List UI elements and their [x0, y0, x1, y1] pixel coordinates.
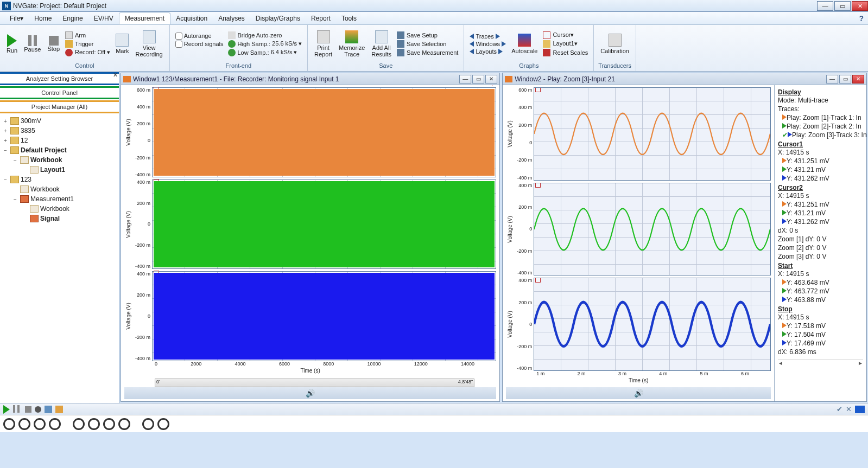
arm-button[interactable]: Arm: [63, 31, 112, 40]
tree-node[interactable]: +300mV: [2, 116, 117, 126]
layout-select[interactable]: Layout1▾: [541, 40, 590, 48]
knob[interactable]: [73, 418, 85, 430]
win-minimize[interactable]: —: [459, 75, 471, 84]
tree-node[interactable]: −123: [2, 175, 117, 184]
tree-node[interactable]: +3835: [2, 126, 117, 136]
addall-icon: [375, 30, 388, 43]
windows-nav[interactable]: Windows: [467, 40, 508, 48]
status-tool2-icon[interactable]: [55, 406, 63, 413]
view-recording-button[interactable]: View Recording: [132, 26, 166, 61]
menu-engine[interactable]: Engine: [57, 13, 88, 24]
status-pause-icon[interactable]: [13, 405, 22, 414]
panel-control[interactable]: Control Panel: [0, 86, 119, 99]
knob[interactable]: [142, 418, 154, 430]
zoom-chart1[interactable]: Voltage (V) 600 m400 m200 m0-200 m-400 m: [506, 87, 771, 181]
menu-analyses[interactable]: Analyses: [213, 13, 250, 24]
menu-tools[interactable]: Tools: [336, 13, 362, 24]
menu-file[interactable]: File▾: [4, 13, 29, 24]
time-slider[interactable]: 0'4.8'48": [155, 379, 474, 387]
autorange-button[interactable]: Autorange: [173, 32, 226, 40]
audio-bar[interactable]: 🔊: [506, 387, 771, 399]
play-icon: [7, 34, 17, 47]
low-samp-select[interactable]: Low Samp.: 6.4 kS/s ▾: [226, 48, 305, 57]
knob[interactable]: [49, 418, 61, 430]
menu-evhv[interactable]: EV/HV: [88, 13, 119, 24]
layouts-nav[interactable]: Layouts: [467, 48, 508, 55]
chart-track1[interactable]: Voltage (V) 600 m400 m200 m0-200 m-400 m…: [124, 87, 496, 177]
menu-acquisition[interactable]: Acquisition: [170, 13, 213, 24]
add-all-results-button[interactable]: Add All Results: [368, 26, 395, 61]
bridge-autozero-button[interactable]: Bridge Auto-zero: [226, 31, 305, 40]
tree-node[interactable]: Workbook: [2, 184, 117, 194]
help-button[interactable]: ?: [859, 14, 864, 23]
status-play-icon[interactable]: [3, 405, 10, 414]
save-selection-button[interactable]: Save Selection: [395, 40, 460, 48]
tree-node[interactable]: −Measurement1: [2, 194, 117, 204]
tree-node[interactable]: −Default Project: [2, 145, 117, 155]
win-close[interactable]: ✕: [485, 75, 497, 84]
knob[interactable]: [3, 418, 15, 430]
pause-button[interactable]: Pause: [21, 26, 44, 61]
tree-node[interactable]: Workbook: [2, 204, 117, 214]
panel-project[interactable]: Project Manager (All): [0, 100, 119, 113]
app-icon: N: [2, 2, 11, 10]
status-monitor-icon[interactable]: [855, 406, 865, 413]
audio-bar[interactable]: 🔊: [124, 387, 496, 399]
mark-button[interactable]: Mark: [112, 26, 132, 61]
tree-node[interactable]: −Workbook: [2, 155, 117, 165]
status-stop-icon[interactable]: [25, 406, 31, 413]
sidebar: ✕ Analyzer Setting Browser Control Panel…: [0, 72, 119, 403]
run-button[interactable]: Run: [3, 26, 21, 61]
autorange-check[interactable]: [175, 33, 182, 40]
reset-scales-button[interactable]: Reset Scales: [541, 48, 590, 57]
calibration-button[interactable]: Calibration: [597, 26, 632, 61]
tree-node[interactable]: Layout1: [2, 165, 117, 175]
menu-measurement[interactable]: Measurement: [119, 12, 170, 24]
save-measurement-button[interactable]: Save Measurement: [395, 48, 460, 57]
menu-report[interactable]: Report: [306, 13, 336, 24]
save-setup-button[interactable]: Save Setup: [395, 31, 460, 40]
win-maximize[interactable]: ▭: [839, 75, 851, 84]
autoscale-button[interactable]: Autoscale: [508, 26, 541, 61]
knob[interactable]: [103, 418, 115, 430]
win-maximize[interactable]: ▭: [472, 75, 484, 84]
tree-node[interactable]: Signal: [2, 214, 117, 223]
knob[interactable]: [34, 418, 46, 430]
stop-button[interactable]: Stop: [44, 26, 63, 61]
zoom-chart2[interactable]: Voltage (V) 400 m200 m0-200 m-400 m: [506, 183, 771, 276]
sidebar-close[interactable]: ✕: [113, 72, 118, 79]
trace-row[interactable]: Play: Zoom [2]-Track 2: In: [778, 122, 863, 131]
recsig-check[interactable]: [175, 41, 182, 48]
chart-track2[interactable]: Voltage (V) 400 m200 m0-200 m-400 m: [124, 179, 496, 270]
zoom-chart3[interactable]: Voltage (V) 400 m200 m0-200 m-400 m: [506, 278, 771, 371]
win-minimize[interactable]: —: [826, 75, 838, 84]
minimize-button[interactable]: —: [817, 1, 833, 11]
panel-analyzer[interactable]: Analyzer Setting Browser: [0, 72, 119, 85]
knob[interactable]: [118, 418, 130, 430]
knob[interactable]: [157, 418, 169, 430]
status-record-icon[interactable]: [35, 406, 41, 413]
close-button[interactable]: ✕: [852, 1, 868, 11]
memorize-trace-button[interactable]: Memorize Trace: [335, 26, 368, 61]
knob[interactable]: [18, 418, 30, 430]
tree-node[interactable]: +12: [2, 136, 117, 145]
maximize-button[interactable]: ▭: [834, 1, 851, 11]
cursor-select[interactable]: Cursor▾: [541, 31, 590, 40]
win-close[interactable]: ✕: [852, 75, 864, 84]
trigger-button[interactable]: Trigger: [63, 40, 112, 48]
trace-row[interactable]: ✔Play: Zoom [3]-Track 3: In: [778, 131, 863, 139]
print-report-button[interactable]: Print Report: [311, 26, 335, 61]
traces-nav[interactable]: Traces: [467, 33, 508, 40]
chart-track3[interactable]: Voltage (V) 400 m200 m0-200 m-400 m: [124, 271, 496, 361]
high-samp-select[interactable]: High Samp.: 25.6 kS/s ▾: [226, 40, 305, 48]
menu-home[interactable]: Home: [29, 13, 57, 24]
app-title: NVGate: Project: Default Project: [13, 2, 816, 10]
menu-display[interactable]: Display/Graphs: [250, 13, 306, 24]
trace-row[interactable]: Play: Zoom [1]-Track 1: In: [778, 113, 863, 122]
status-tool1-icon[interactable]: [45, 406, 52, 413]
knob[interactable]: [88, 418, 100, 430]
record-toggle[interactable]: Record: Off ▾: [63, 48, 112, 57]
h-scrollbar[interactable]: ◄►: [778, 360, 863, 368]
knob-row: [0, 415, 868, 432]
record-signals-check[interactable]: Record signals: [173, 40, 226, 48]
